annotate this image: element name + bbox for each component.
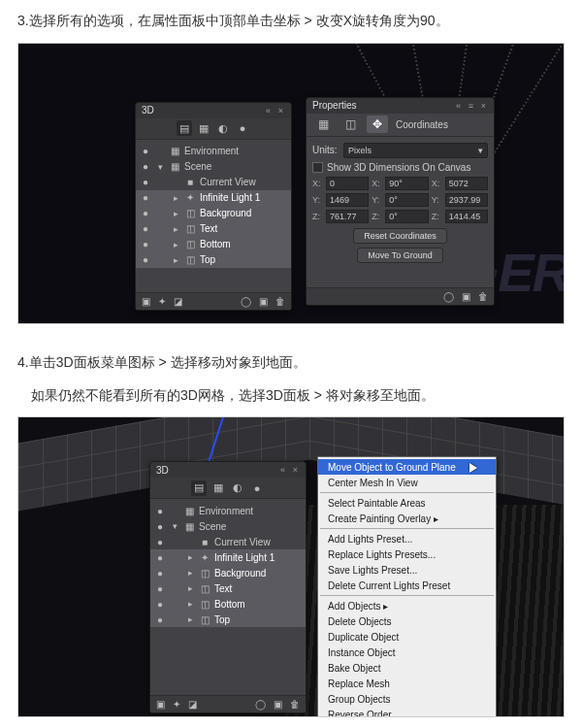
twist-icon[interactable]: ▸ bbox=[171, 193, 180, 203]
scene-row-current-view[interactable]: ●■Current View bbox=[150, 534, 306, 549]
close-icon[interactable]: × bbox=[479, 101, 488, 110]
menu-item[interactable]: Add Lights Preset... bbox=[318, 531, 496, 546]
visibility-icon[interactable]: ● bbox=[140, 254, 151, 265]
twist-icon[interactable]: ▸ bbox=[171, 209, 180, 218]
visibility-icon[interactable]: ● bbox=[154, 521, 166, 532]
visibility-icon[interactable]: ● bbox=[154, 506, 166, 516]
twist-icon[interactable]: ▸ bbox=[185, 568, 195, 578]
filter-material-icon[interactable]: ◐ bbox=[230, 480, 245, 496]
scene-row-bottom[interactable]: ●▸◫Bottom bbox=[150, 596, 306, 612]
filter-material-icon[interactable]: ◐ bbox=[215, 120, 231, 136]
scene-row-current-view[interactable]: ●■Current View bbox=[136, 175, 291, 190]
menu-item[interactable]: Save Lights Preset... bbox=[318, 562, 496, 578]
visibility-icon[interactable]: ● bbox=[140, 161, 151, 172]
menu-item[interactable]: Create Painting Overlay ▸ bbox=[318, 511, 496, 526]
menu-item[interactable]: Center Mesh In View bbox=[318, 475, 496, 490]
filter-scene-icon[interactable]: ▤ bbox=[177, 120, 192, 136]
rot-x-field[interactable]: 90° bbox=[385, 177, 428, 190]
visibility-icon[interactable]: ● bbox=[154, 614, 166, 625]
close-icon[interactable]: × bbox=[276, 106, 285, 115]
scene-row-text[interactable]: ●▸◫Text bbox=[136, 221, 291, 237]
scale-z-field[interactable]: 1414.45 bbox=[445, 210, 488, 223]
new-icon[interactable]: ▣ bbox=[462, 291, 470, 302]
scene-row-scene[interactable]: ●▾▦Scene bbox=[150, 518, 306, 534]
menu-item[interactable]: Group Objects bbox=[318, 691, 496, 707]
tab-coordinates-icon[interactable]: ✥ bbox=[367, 116, 388, 133]
menu-item[interactable]: Bake Object bbox=[318, 660, 496, 676]
footer-icon[interactable]: ▣ bbox=[156, 699, 165, 710]
scene-row-environment[interactable]: ●▦Environment bbox=[136, 144, 291, 159]
render-icon[interactable]: ◯ bbox=[241, 296, 251, 307]
filter-scene-icon[interactable]: ▤ bbox=[191, 480, 207, 496]
pos-y-field[interactable]: 1469 bbox=[326, 193, 369, 207]
twist-icon[interactable]: ▾ bbox=[170, 521, 179, 531]
visibility-icon[interactable]: ● bbox=[140, 239, 151, 249]
scene-row-scene[interactable]: ●▾▦Scene bbox=[136, 159, 291, 175]
twist-icon[interactable]: ▸ bbox=[185, 583, 195, 593]
rot-z-field[interactable]: 0° bbox=[385, 210, 428, 223]
footer-icon[interactable]: ✦ bbox=[158, 296, 166, 307]
render-icon[interactable]: ◯ bbox=[255, 699, 266, 710]
properties-titlebar[interactable]: Properties « ≡ × bbox=[307, 98, 494, 114]
collapse-icon[interactable]: « bbox=[264, 106, 273, 115]
tab-mesh-icon[interactable]: ▦ bbox=[312, 116, 334, 133]
reset-coordinates-button[interactable]: Reset Coordinates bbox=[353, 228, 447, 244]
scene-row-infinite-light-1[interactable]: ●▸✦Infinite Light 1 bbox=[136, 190, 291, 206]
filter-mesh-icon[interactable]: ▦ bbox=[196, 120, 211, 136]
collapse-icon[interactable]: « bbox=[454, 101, 463, 110]
visibility-icon[interactable]: ● bbox=[140, 177, 151, 187]
menu-item[interactable]: Delete Objects bbox=[318, 613, 496, 629]
tab-deform-icon[interactable]: ◫ bbox=[340, 116, 361, 133]
scene-row-infinite-light-1[interactable]: ●▸✦Infinite Light 1 bbox=[150, 549, 306, 565]
visibility-icon[interactable]: ● bbox=[154, 599, 166, 610]
scale-y-field[interactable]: 2937.99 bbox=[445, 193, 488, 207]
scene-row-background[interactable]: ●▸◫Background bbox=[136, 206, 291, 221]
scene-row-background[interactable]: ●▸◫Background bbox=[150, 565, 306, 580]
showdim-checkbox[interactable] bbox=[312, 162, 323, 173]
twist-icon[interactable]: ▸ bbox=[171, 255, 180, 265]
twist-icon[interactable]: ▸ bbox=[171, 240, 180, 249]
close-icon[interactable]: × bbox=[291, 466, 300, 475]
visibility-icon[interactable]: ● bbox=[140, 146, 151, 156]
render-icon[interactable]: ◯ bbox=[443, 291, 454, 302]
footer-icon[interactable]: ✦ bbox=[173, 699, 180, 710]
collapse-icon[interactable]: « bbox=[278, 466, 287, 475]
3d-panel-titlebar[interactable]: 3D « × bbox=[136, 103, 291, 118]
menu-item[interactable]: Replace Lights Presets... bbox=[318, 546, 496, 562]
footer-icon[interactable]: ◪ bbox=[174, 296, 182, 307]
menu-item[interactable]: Replace Mesh bbox=[318, 676, 496, 691]
footer-icon[interactable]: ▣ bbox=[142, 296, 150, 307]
visibility-icon[interactable]: ● bbox=[154, 537, 166, 547]
twist-icon[interactable]: ▾ bbox=[155, 162, 165, 172]
move-to-ground-button[interactable]: Move To Ground bbox=[357, 248, 442, 263]
twist-icon[interactable]: ▸ bbox=[185, 614, 195, 624]
visibility-icon[interactable]: ● bbox=[154, 583, 166, 594]
menu-item[interactable]: Instance Object bbox=[318, 645, 496, 660]
footer-icon[interactable]: ◪ bbox=[188, 699, 197, 710]
3d-panel-titlebar[interactable]: 3D « × bbox=[150, 462, 306, 478]
scene-row-environment[interactable]: ●▦Environment bbox=[150, 503, 306, 518]
units-select[interactable]: Pixels▾ bbox=[343, 143, 488, 158]
scene-row-bottom[interactable]: ●▸◫Bottom bbox=[136, 237, 291, 252]
pos-x-field[interactable]: 0 bbox=[326, 177, 369, 190]
scene-row-top[interactable]: ●▸◫Top bbox=[136, 252, 291, 268]
menu-item[interactable]: Add Objects ▸ bbox=[318, 598, 496, 613]
pos-z-field[interactable]: 761.77 bbox=[326, 210, 369, 223]
rot-y-field[interactable]: 0° bbox=[385, 193, 428, 207]
twist-icon[interactable]: ▸ bbox=[185, 552, 195, 562]
visibility-icon[interactable]: ● bbox=[154, 552, 166, 563]
menu-item[interactable]: Select Paintable Areas bbox=[318, 495, 496, 511]
menu-item[interactable]: Delete Current Lights Preset bbox=[318, 578, 496, 593]
visibility-icon[interactable]: ● bbox=[140, 223, 151, 234]
scene-row-top[interactable]: ●▸◫Top bbox=[150, 612, 306, 627]
menu-item[interactable]: Duplicate Object bbox=[318, 629, 496, 645]
new-icon[interactable]: ▣ bbox=[259, 296, 268, 307]
trash-icon[interactable]: 🗑 bbox=[478, 291, 488, 302]
twist-icon[interactable]: ▸ bbox=[171, 224, 180, 234]
trash-icon[interactable]: 🗑 bbox=[275, 296, 285, 307]
trash-icon[interactable]: 🗑 bbox=[290, 699, 300, 710]
visibility-icon[interactable]: ● bbox=[140, 192, 151, 203]
filter-light-icon[interactable]: ● bbox=[249, 480, 265, 496]
filter-light-icon[interactable]: ● bbox=[235, 120, 250, 136]
new-icon[interactable]: ▣ bbox=[274, 699, 282, 710]
